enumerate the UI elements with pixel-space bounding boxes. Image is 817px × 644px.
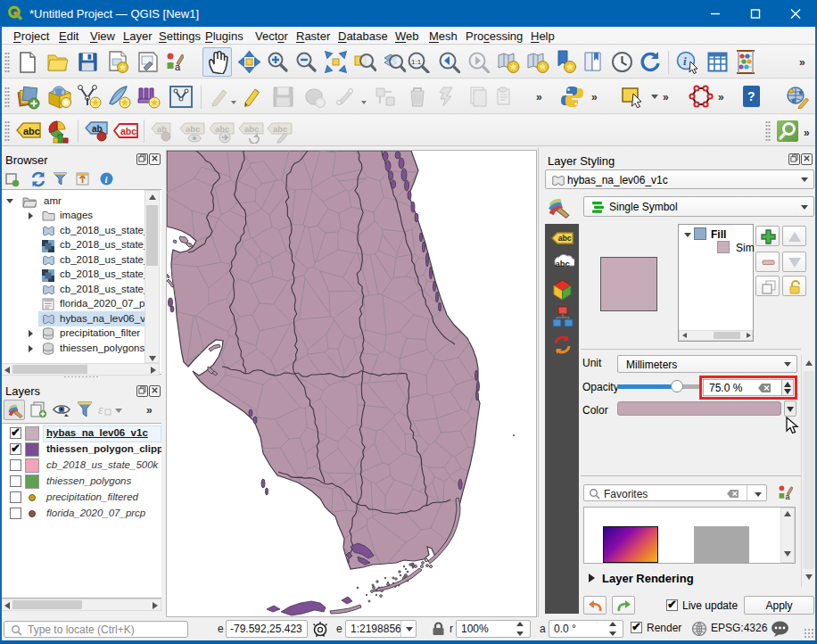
svg-text:ε: ε: [98, 403, 103, 417]
svg-text:abc: abc: [186, 124, 200, 134]
svg-text:abc: abc: [23, 126, 40, 136]
svg-text:1:1: 1:1: [411, 58, 422, 66]
svg-text:abc: abc: [244, 124, 259, 134]
svg-text:abc: abc: [556, 259, 570, 268]
svg-text:i: i: [683, 54, 687, 68]
svg-text:?: ?: [747, 89, 755, 103]
svg-text:abc: abc: [120, 126, 136, 136]
svg-text:abc: abc: [273, 124, 287, 134]
svg-text:abc: abc: [558, 234, 572, 243]
